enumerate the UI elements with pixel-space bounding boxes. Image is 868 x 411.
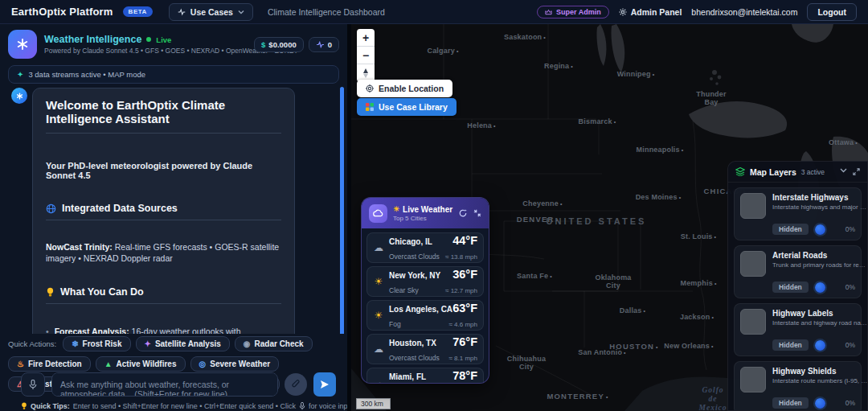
layer-visibility-button[interactable]: Hidden [772,282,809,293]
map-label: Dallas [620,306,645,314]
weather-row-chicago[interactable]: ☁ Chicago, ILOvercast Clouds 44°F≈ 13.8 … [366,232,484,263]
layer-toggle[interactable] [815,340,825,351]
collapse-icon[interactable] [473,209,481,217]
quick-action-frost-risk[interactable]: ❄Frost Risk [63,336,130,351]
map-layers-panel: Map Layers 3 active Interstate HighwaysI… [727,161,868,411]
chat-input[interactable] [51,372,278,397]
map-label: Golfo de Mexico [698,386,727,411]
radar-icon: ◉ [244,340,251,348]
enable-location-button[interactable]: Enable Location [357,80,452,97]
top-header: EarthOptix Platform BETA Use Cases Clima… [0,0,868,24]
layer-opacity: 0% [845,341,855,349]
weather-city-list: ☁ Chicago, ILOvercast Clouds 44°F≈ 13.8 … [362,228,489,384]
refresh-icon[interactable] [459,209,467,217]
layer-toggle[interactable] [815,282,825,293]
map-label: Winnipeg [617,70,655,78]
weather-panel-title: Live Weather [403,205,452,214]
welcome-message-card: Welcome to EarthOptix Climate Intelligen… [32,88,295,334]
zoom-in-button[interactable]: + [357,29,375,47]
layer-opacity: 0% [845,283,855,291]
map-label: Saskatoon [504,33,546,41]
wildfire-icon: ▲ [104,360,113,368]
layer-visibility-button[interactable]: Hidden [772,397,809,409]
weather-panel-subtitle: Top 5 Cities [393,215,453,222]
quick-action-radar-check[interactable]: ◉Radar Check [235,336,313,351]
list-item: •Forecast Analysis: 16-day weather outlo… [46,327,281,334]
paperclip-icon [292,380,301,389]
voice-input-button[interactable] [21,372,45,397]
user-email: bhendrixson@intelektai.com [691,7,797,17]
cloud-icon: ☁ [373,377,384,384]
layer-card-highway-shields: Highway ShieldsInterstate route numbers … [734,361,862,411]
pulse-icon [316,41,325,48]
map-label: Calgary [427,47,458,55]
sun-icon: ☀ [373,310,384,321]
map-label: Monterrey [547,393,608,401]
map-container[interactable]: Calgary Saskatoon Regina Winnipeg Thunde… [351,24,868,411]
map-label: Jackson [680,313,714,321]
quick-action-fire-detection[interactable]: ♨Fire Detection [8,356,91,372]
map-label: Chihuahua City [507,355,546,372]
weather-row-los-angeles[interactable]: ☀ Los Angeles, CAFog 63°F≈ 4.6 mph [366,300,484,331]
weather-row-miami[interactable]: ☁ Miami, FLBroken Clouds 78°F≈ 18.4 mph [366,368,484,384]
weather-row-new-york[interactable]: ☀ New York, NYClear Sky 36°F≈ 12.7 mph [366,266,484,297]
sun-icon: ☀ [373,276,384,287]
quick-action-satellite-analysis[interactable]: ✦Satellite Analysis [136,336,230,351]
map-label: United States [547,216,647,227]
puzzle-icon [366,103,374,111]
map-label: Bismarck [579,117,616,125]
breadcrumb: Climate Intelligence Dashboard [268,7,385,17]
chat-area[interactable]: Welcome to EarthOptix Climate Intelligen… [8,85,347,334]
assistant-subtitle: Powered by Claude Sonnet 4.5 • GFS • GOE… [44,47,247,55]
map-label: Helena [467,121,495,129]
use-cases-button[interactable]: Use Cases [169,3,253,21]
expand-icon[interactable] [853,168,860,175]
layer-toggle[interactable] [815,398,825,409]
layer-card-arterial-roads: Arterial RoadsTrunk and primary roads fo… [734,245,862,298]
layer-visibility-button[interactable]: Hidden [772,339,809,351]
quick-action-active-wildfires[interactable]: ▲Active Wildfires [96,356,186,372]
layer-thumbnail [740,193,766,219]
layers-panel-title: Map Layers [750,167,796,177]
weather-row-houston[interactable]: ☁ Houston, TXOvercast Clouds 76°F≈ 8.1 m… [366,334,484,364]
live-weather-panel: ☀Live Weather Top 5 Cities ☁ Chicago, IL… [361,197,489,384]
logout-button[interactable]: Logout [807,3,857,21]
chevron-down-icon[interactable] [840,168,847,175]
zoom-out-button[interactable]: − [357,47,375,64]
use-case-library-button[interactable]: Use Case Library [357,98,457,116]
map-label: Thunder Bay [696,90,726,107]
map-label: Houston [609,343,658,351]
map-zoom-control: + − [357,29,375,82]
attach-file-button[interactable] [285,373,307,396]
fire-icon: ♨ [17,360,24,368]
live-weather-header: ☀Live Weather Top 5 Cities [362,198,489,228]
beta-badge: BETA [123,6,153,17]
layer-toggle[interactable] [815,224,825,235]
map-label: Memphis [680,279,716,287]
send-button[interactable] [313,372,336,397]
message-count-badge: 0 [309,37,339,52]
cando-section-title: What You Can Do [46,286,281,304]
chevron-down-icon [238,10,244,14]
map-label: Oklahoma City [595,273,631,290]
sun-icon: ☀ [393,205,399,213]
layer-visibility-button[interactable]: Hidden [772,224,809,235]
satellite-icon: ✦ [145,340,151,348]
layers-active-count: 3 active [801,168,825,176]
quick-action-severe-weather[interactable]: ◎Severe Weather [190,356,280,372]
cloud-icon: ☁ [373,242,384,253]
location-pin-icon [366,84,374,92]
quick-actions-label: Quick Actions: [8,339,56,348]
layer-opacity: 0% [845,225,855,233]
live-status-dot [146,37,151,42]
sparkle-icon: ✦ [17,70,23,79]
brand-title: EarthOptix Platform [11,6,113,18]
map-label: Ottawa [829,138,858,146]
microphone-icon [29,380,37,390]
chat-scrollbar[interactable] [340,87,344,334]
use-cases-label: Use Cases [190,7,233,17]
cost-badge: $ $0.0000 [254,37,304,52]
admin-panel-link[interactable]: Admin Panel [619,7,682,17]
map-label: St. Louis [681,232,716,240]
dollar-icon: $ [261,40,265,49]
